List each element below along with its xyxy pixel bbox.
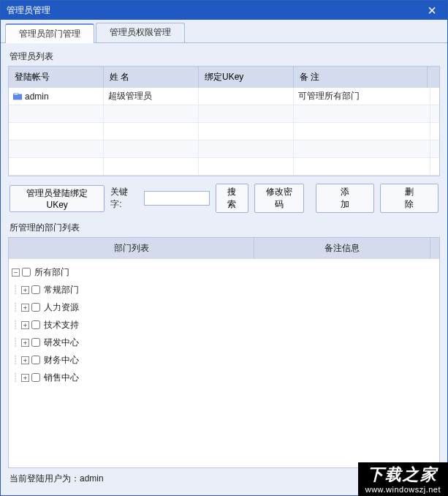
dept-list-label: 所管理的部门列表 [8, 219, 440, 237]
cell-account: admin [9, 88, 104, 105]
tree-label: 人力资源 [42, 301, 79, 314]
keyword-label: 关键字: [110, 186, 138, 211]
watermark: 下载之家 www.windowszj.net [358, 462, 448, 496]
tree-node[interactable]: ┊+研发中心 [12, 334, 436, 351]
dept-tree-body: − 所有部门 ┊+常规部门┊+人力资源┊+技术支持┊+研发中心┊+财务中心┊+销… [9, 259, 439, 467]
col-header-remark[interactable]: 备 注 [294, 67, 428, 88]
change-password-button[interactable]: 修改密码 [254, 184, 304, 213]
expander-icon[interactable]: + [21, 374, 29, 382]
table-row[interactable] [9, 158, 439, 176]
expander-icon[interactable]: − [12, 268, 20, 277]
status-prefix: 当前登陆用户为： [10, 473, 80, 484]
col-header-extra [428, 67, 439, 88]
tab-strip: 管理员部门管理 管理员权限管理 [1, 20, 447, 43]
window-title: 管理员管理 [7, 4, 422, 17]
expander-icon[interactable]: + [21, 304, 29, 312]
table-row[interactable] [9, 140, 439, 158]
expander-icon[interactable]: + [21, 286, 29, 294]
col-header-account[interactable]: 登陆帐号 [9, 67, 104, 88]
delete-button[interactable]: 删 除 [380, 184, 438, 213]
table-row[interactable] [9, 123, 439, 140]
cell-name: 超级管理员 [104, 88, 199, 105]
tree-root[interactable]: − 所有部门 [12, 263, 436, 281]
admin-grid-header: 登陆帐号 姓 名 绑定UKey 备 注 [9, 67, 439, 88]
dept-tree: 部门列表 备注信息 − 所有部门 ┊+常规部门┊+人力资源┊+技术支持┊+研发中… [8, 237, 440, 468]
bind-ukey-button[interactable]: 管理员登陆绑定UKey [10, 185, 105, 212]
tree-line: ┊ [12, 302, 19, 312]
add-button[interactable]: 添 加 [316, 184, 374, 213]
tree-line: ┊ [12, 320, 19, 330]
tree-node[interactable]: ┊+人力资源 [12, 298, 436, 316]
watermark-url: www.windowszj.net [365, 485, 441, 495]
content-area: 管理员列表 登陆帐号 姓 名 绑定UKey 备 注 admin 超级管理员 [1, 43, 447, 495]
admin-grid-body: admin 超级管理员 可管理所有部门 [9, 88, 439, 176]
svg-rect-1 [14, 93, 18, 95]
tree-col-remark[interactable]: 备注信息 [254, 238, 430, 259]
cell-ukey [199, 88, 294, 105]
dept-tree-header: 部门列表 备注信息 [9, 238, 439, 259]
tree-label: 研发中心 [42, 337, 79, 349]
tree-node[interactable]: ┊+常规部门 [12, 281, 436, 298]
keyword-input[interactable] [144, 191, 210, 206]
tree-col-extra [430, 238, 439, 259]
tree-checkbox[interactable] [31, 338, 40, 347]
tree-checkbox[interactable] [31, 303, 40, 312]
tree-checkbox[interactable] [31, 285, 40, 294]
expander-icon[interactable]: + [21, 356, 29, 364]
tree-line: ┊ [12, 337, 19, 347]
expander-icon[interactable]: + [21, 339, 29, 347]
tab-perm-mgmt[interactable]: 管理员权限管理 [96, 23, 185, 42]
admin-list-label: 管理员列表 [8, 48, 440, 66]
tree-col-dept[interactable]: 部门列表 [9, 238, 254, 259]
tree-checkbox[interactable] [31, 320, 40, 329]
window: 管理员管理 × 管理员部门管理 管理员权限管理 管理员列表 登陆帐号 姓 名 绑… [0, 0, 448, 496]
expander-icon[interactable]: + [21, 321, 29, 329]
table-row[interactable] [9, 105, 439, 123]
tree-node[interactable]: ┊+销售中心 [12, 369, 436, 386]
tree-checkbox[interactable] [31, 356, 40, 364]
tree-label: 常规部门 [42, 284, 79, 296]
tree-label: 所有部门 [33, 266, 69, 279]
tree-label: 财务中心 [42, 354, 79, 367]
toolbar: 管理员登陆绑定UKey 关键字: 搜索 修改密码 添 加 删 除 [8, 176, 440, 219]
user-icon [13, 93, 22, 100]
titlebar: 管理员管理 × [1, 1, 447, 20]
tab-dept-mgmt[interactable]: 管理员部门管理 [5, 23, 94, 43]
table-row[interactable]: admin 超级管理员 可管理所有部门 [9, 88, 439, 105]
close-icon[interactable]: × [422, 1, 441, 20]
tree-checkbox[interactable] [31, 373, 40, 382]
account-text: admin [25, 91, 49, 102]
tree-checkbox[interactable] [22, 268, 31, 277]
col-header-ukey[interactable]: 绑定UKey [199, 67, 294, 88]
tree-label: 销售中心 [42, 372, 79, 384]
tree-line: ┊ [12, 285, 19, 295]
cell-remark: 可管理所有部门 [294, 88, 430, 105]
watermark-title: 下载之家 [365, 465, 441, 484]
tree-line: ┊ [12, 372, 19, 383]
search-button[interactable]: 搜索 [216, 184, 248, 213]
tree-node[interactable]: ┊+技术支持 [12, 316, 436, 334]
cell-extra [430, 88, 439, 105]
tree-line: ┊ [12, 355, 19, 365]
status-user: admin [80, 473, 104, 484]
tree-label: 技术支持 [42, 319, 79, 331]
admin-grid: 登陆帐号 姓 名 绑定UKey 备 注 admin 超级管理员 可管理所有部 [8, 66, 440, 176]
col-header-name[interactable]: 姓 名 [104, 67, 199, 88]
tree-node[interactable]: ┊+财务中心 [12, 351, 436, 369]
